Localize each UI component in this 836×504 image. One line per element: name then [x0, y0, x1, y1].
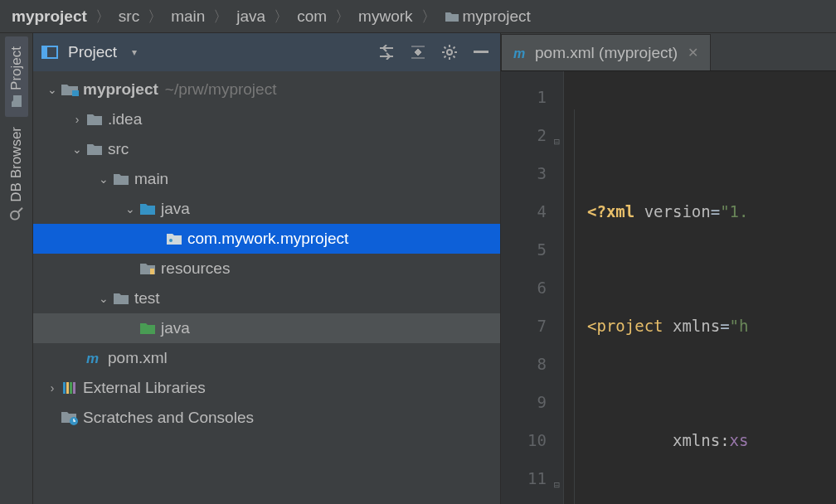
settings-button[interactable]: [439, 41, 460, 63]
tool-tab-db-browser[interactable]: DB Browser: [5, 117, 28, 230]
node-label: src: [108, 140, 129, 158]
maven-icon: m: [513, 46, 528, 60]
crumb-sep: 〉: [421, 7, 436, 27]
node-label: test: [134, 289, 160, 308]
search-icon: [10, 207, 23, 220]
line-number: 11: [501, 459, 547, 497]
crumb-sep: 〉: [213, 7, 228, 27]
panel-title[interactable]: Project: [68, 43, 117, 61]
line-number: 10: [501, 421, 547, 459]
project-view-icon[interactable]: [41, 44, 58, 61]
tree-external-libs[interactable]: › External Libraries: [33, 373, 500, 403]
editor: m pom.xml (myproject) ✕ 1 2 ⊟ 3 4 5 6 7 …: [501, 33, 836, 504]
tree-idea[interactable]: › .idea: [33, 104, 500, 134]
node-label: External Libraries: [83, 379, 206, 397]
line-number: 2: [501, 116, 547, 154]
tool-tab-label: Project: [8, 46, 25, 90]
crumb-com[interactable]: com: [297, 7, 327, 26]
line-number: 3: [501, 154, 547, 192]
line-number: 8: [501, 345, 547, 383]
tree-src[interactable]: ⌄ src: [33, 134, 500, 164]
code-editor[interactable]: 1 2 ⊟ 3 4 5 6 7 8 9 10 11 ⊟ <?xml versio…: [501, 71, 836, 504]
panel-header: Project ▾: [33, 33, 500, 71]
maven-icon: m: [85, 350, 104, 366]
line-number: 5: [501, 230, 547, 269]
tree-java-test[interactable]: java: [33, 313, 500, 343]
resources-root-icon: [138, 260, 158, 277]
crumb-src[interactable]: src: [119, 7, 139, 26]
svg-text:m: m: [86, 351, 99, 366]
svg-line-1: [18, 208, 22, 212]
svg-rect-11: [66, 382, 69, 394]
svg-point-4: [447, 50, 452, 55]
fold-marker-icon[interactable]: ⊟: [554, 466, 560, 504]
chevron-right-icon[interactable]: ›: [45, 381, 60, 395]
chevron-down-icon[interactable]: ⌄: [96, 292, 111, 305]
gutter[interactable]: 1 2 ⊟ 3 4 5 6 7 8 9 10 11 ⊟: [501, 71, 564, 504]
chevron-down-icon[interactable]: ⌄: [96, 172, 111, 186]
tree-root[interactable]: ⌄ myproject ~/prw/myproject: [33, 75, 500, 104]
editor-tabs: m pom.xml (myproject) ✕: [501, 33, 836, 71]
chevron-down-icon[interactable]: ⌄: [70, 143, 85, 156]
tab-pom[interactable]: m pom.xml (myproject) ✕: [501, 34, 711, 70]
crumb-mywork[interactable]: mywork: [358, 7, 412, 26]
module-icon: [60, 81, 80, 98]
chevron-right-icon[interactable]: ›: [70, 113, 85, 126]
breadcrumb: myproject 〉 src 〉 main 〉 java 〉 com 〉 my…: [0, 0, 836, 33]
code-content[interactable]: <?xml version="1. <project xmlns="h xmln…: [564, 71, 749, 504]
svg-rect-12: [70, 382, 72, 394]
tree-package[interactable]: com.mywork.myproject: [33, 224, 500, 254]
close-icon[interactable]: ✕: [688, 45, 698, 61]
node-label: pom.xml: [108, 349, 168, 367]
tree-java-source[interactable]: ⌄ java: [33, 194, 500, 224]
chevron-down-icon[interactable]: ⌄: [45, 83, 60, 96]
project-tree[interactable]: ⌄ myproject ~/prw/myproject › .idea ⌄: [33, 71, 500, 504]
svg-point-7: [169, 239, 173, 242]
crumb-sep: 〉: [274, 7, 289, 27]
package-icon: [164, 230, 184, 247]
line-number: 4: [501, 192, 547, 230]
scratches-icon: [60, 410, 80, 426]
tool-tab-label: DB Browser: [8, 127, 25, 202]
tab-label: pom.xml (myproject): [535, 44, 678, 62]
node-path: ~/prw/myproject: [165, 80, 277, 99]
hide-button[interactable]: [470, 41, 492, 63]
node-label: resources: [161, 259, 230, 278]
fold-marker-icon[interactable]: ⊟: [554, 123, 560, 161]
select-opened-file-button[interactable]: [376, 41, 397, 63]
line-number: 7: [501, 307, 547, 345]
folder-icon: [111, 171, 131, 187]
node-label: main: [134, 170, 168, 188]
chevron-down-icon[interactable]: ▾: [132, 46, 137, 58]
tree-resources[interactable]: resources: [33, 254, 500, 284]
line-number: 1: [501, 78, 547, 116]
tree-main[interactable]: ⌄ main: [33, 164, 500, 194]
tool-tab-project[interactable]: Project: [5, 36, 28, 117]
project-icon: [11, 94, 22, 108]
tree-scratches[interactable]: Scratches and Consoles: [33, 403, 500, 433]
svg-text:m: m: [513, 46, 525, 60]
svg-rect-8: [150, 269, 154, 274]
crumb-sep: 〉: [95, 7, 110, 27]
project-panel: Project ▾ ⌄ myproject: [33, 33, 501, 504]
svg-point-0: [11, 211, 19, 220]
tree-test[interactable]: ⌄ test: [33, 284, 500, 313]
crumb-main[interactable]: main: [171, 7, 205, 26]
line-number: 9: [501, 383, 547, 421]
folder-icon: [85, 141, 104, 158]
collapse-all-button[interactable]: [407, 41, 429, 63]
crumb-root[interactable]: myproject: [12, 7, 87, 26]
indent-guide: [574, 109, 575, 504]
tree-pom[interactable]: m pom.xml: [33, 343, 500, 373]
crumb-myproject[interactable]: myproject: [445, 7, 531, 26]
crumb-java[interactable]: java: [236, 7, 265, 26]
folder-icon: [445, 11, 459, 22]
folder-icon: [85, 111, 104, 128]
tool-strip: Project DB Browser: [0, 33, 33, 504]
svg-rect-10: [63, 382, 66, 394]
node-label: java: [161, 319, 190, 337]
svg-rect-6: [72, 90, 79, 96]
folder-icon: [111, 290, 131, 307]
chevron-down-icon[interactable]: ⌄: [123, 202, 138, 216]
svg-rect-13: [73, 382, 75, 394]
